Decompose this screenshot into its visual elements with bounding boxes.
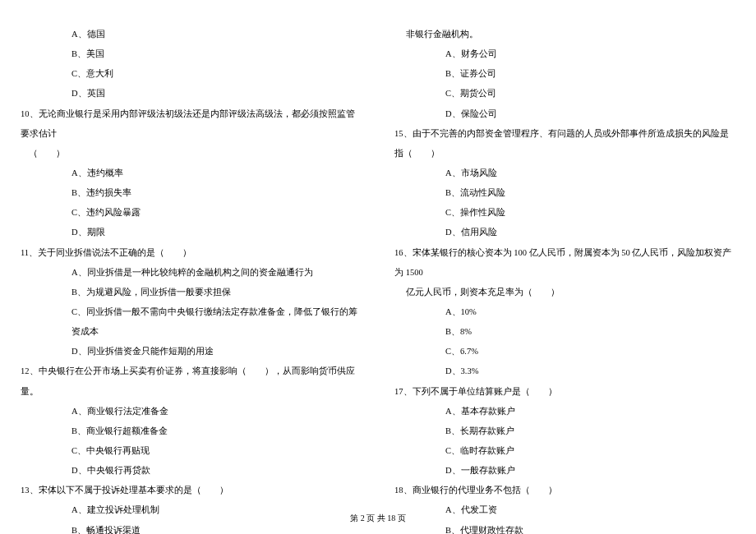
right-column: 非银行金融机构。 A、财务公司 B、证券公司 C、期货公司 D、保险公司 15、…: [394, 25, 735, 489]
q18-stem: 18、商业银行的代理业务不包括（ ）: [394, 481, 735, 500]
q17-option-c: C、临时存款账户: [394, 441, 735, 461]
q16-stem2: 亿元人民币，则资本充足率为（ ）: [394, 283, 735, 302]
q10-option-a: A、违约概率: [21, 163, 362, 183]
q16-stem: 16、宋体某银行的核心资本为 100 亿人民币，附属资本为 50 亿人民币，风险…: [394, 243, 735, 283]
q10-stem2: （ ）: [21, 144, 362, 163]
q9-option-a: A、德国: [21, 25, 362, 44]
q17-option-b: B、长期存款账户: [394, 421, 735, 441]
q11-option-b: B、为规避风险，同业拆借一般要求担保: [21, 283, 362, 302]
q16-option-b: B、8%: [394, 322, 735, 342]
q11-stem: 11、关于同业拆借说法不正确的是（ ）: [21, 243, 362, 263]
q10-option-d: D、期限: [21, 223, 362, 242]
q15-option-d: D、信用风险: [394, 223, 735, 242]
q11-option-a: A、同业拆借是一种比较纯粹的金融机构之间的资金融通行为: [21, 263, 362, 283]
left-column: A、德国 B、美国 C、意大利 D、英国 10、无论商业银行是采用内部评级法初级…: [21, 25, 362, 489]
q11-option-d: D、同业拆借资金只能作短期的用途: [21, 342, 362, 361]
q9-option-d: D、英国: [21, 84, 362, 104]
q15-option-c: C、操作性风险: [394, 203, 735, 223]
q14-option-a: A、财务公司: [394, 44, 735, 64]
page-container: A、德国 B、美国 C、意大利 D、英国 10、无论商业银行是采用内部评级法初级…: [21, 25, 735, 489]
q14-option-b: B、证券公司: [394, 64, 735, 84]
q10-stem: 10、无论商业银行是采用内部评级法初级法还是内部评级法高级法，都必须按照监管要求…: [21, 104, 362, 144]
q15-option-b: B、流动性风险: [394, 183, 735, 203]
q17-option-d: D、一般存款账户: [394, 461, 735, 481]
q13-stem: 13、宋体以下不属于投诉处理基本要求的是（ ）: [21, 481, 362, 500]
q15-option-a: A、市场风险: [394, 163, 735, 183]
q15-stem: 15、由于不完善的内部资金管理程序、有问题的人员或外部事件所造成损失的风险是指（…: [394, 124, 735, 163]
q11-option-c: C、同业拆借一般不需向中央银行缴纳法定存款准备金，降低了银行的筹资成本: [21, 302, 362, 342]
q12-option-b: B、商业银行超额准备金: [21, 421, 362, 441]
q16-option-c: C、6.7%: [394, 342, 735, 361]
q9-option-c: C、意大利: [21, 64, 362, 84]
q12-option-d: D、中央银行再贷款: [21, 461, 362, 481]
q14-option-d: D、保险公司: [394, 104, 735, 124]
q14-continuation: 非银行金融机构。: [394, 25, 735, 44]
q10-option-c: C、违约风险暴露: [21, 203, 362, 223]
q16-option-d: D、3.3%: [394, 361, 735, 381]
q14-option-c: C、期货公司: [394, 84, 735, 104]
page-footer: 第 2 页 共 18 页: [0, 513, 756, 524]
q17-option-a: A、基本存款账户: [394, 402, 735, 421]
q12-option-c: C、中央银行再贴现: [21, 441, 362, 461]
q12-option-a: A、商业银行法定准备金: [21, 402, 362, 421]
q17-stem: 17、下列不属于单位结算账户是（ ）: [394, 382, 735, 402]
q12-stem: 12、中央银行在公开市场上买卖有价证券，将直接影响（ ），从而影响货币供应量。: [21, 361, 362, 401]
q10-option-b: B、违约损失率: [21, 183, 362, 203]
q9-option-b: B、美国: [21, 44, 362, 64]
q16-option-a: A、10%: [394, 302, 735, 322]
